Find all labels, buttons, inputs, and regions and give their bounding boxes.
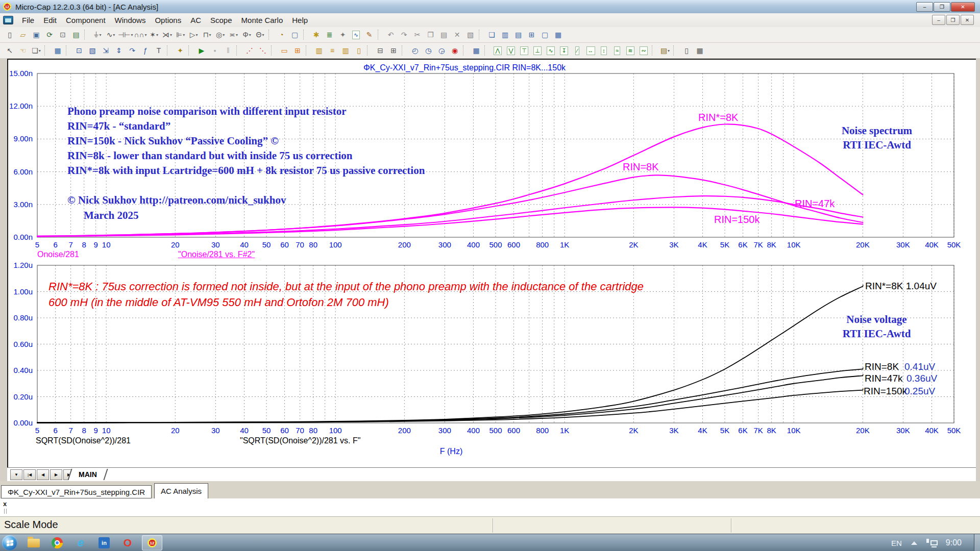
paste-icon[interactable]: ▤ — [437, 29, 451, 41]
cascade-windows-icon[interactable]: ❏ — [485, 29, 499, 41]
scale-mode-tool-icon[interactable]: ⇲ — [99, 44, 112, 57]
translate-icon[interactable]: ⟳ — [43, 29, 56, 41]
undo-icon[interactable]: ↶ — [384, 29, 398, 41]
numeric-output-icon[interactable]: ▦ — [470, 44, 483, 57]
horizontal-axis-icon[interactable]: ⊟ — [374, 44, 387, 57]
start-button[interactable] — [2, 535, 17, 550]
page-tab-main[interactable]: MAIN — [67, 469, 108, 480]
pan-mode-icon[interactable]: ☜ — [16, 44, 30, 57]
maximize-window-icon[interactable]: ▢ — [538, 29, 552, 41]
explorer-taskbar-button[interactable] — [27, 536, 41, 550]
menu-item-help[interactable]: Help — [287, 14, 312, 26]
vertical-axis-icon[interactable]: ⊞ — [387, 44, 400, 57]
tokens-right-icon[interactable]: ▥ — [339, 44, 352, 57]
page-add-icon[interactable]: ▯ — [680, 44, 693, 57]
menu-item-monte-carlo[interactable]: Monte Carlo — [237, 14, 288, 26]
edit-plot-icon[interactable]: ✎ — [363, 29, 376, 41]
child-close-button[interactable]: ✕ — [961, 15, 974, 25]
page-nav-dropdown[interactable]: ▼ — [10, 469, 22, 480]
copy-icon[interactable]: ❐ — [424, 29, 437, 41]
new-file-icon[interactable]: ▯ — [3, 29, 16, 41]
high-icon[interactable]: ⊤ — [518, 44, 531, 57]
tray-expand-icon[interactable] — [911, 541, 917, 545]
chrome-taskbar-button[interactable] — [50, 536, 64, 550]
enlarge-data-icon[interactable]: ⋱ — [256, 44, 270, 57]
scope-image-icon[interactable]: ▦ — [51, 44, 64, 57]
properties-icon[interactable]: ✦ — [174, 44, 187, 57]
formula-mode-icon[interactable]: ƒ — [139, 44, 152, 57]
micro-cap-taskbar-button[interactable]: 12 — [142, 535, 162, 550]
opamp-component-icon[interactable]: ▷▾ — [187, 29, 201, 41]
file-tab-ac-analysis[interactable]: AC Analysis — [154, 483, 208, 498]
preferences-icon[interactable]: ✦ — [336, 29, 350, 41]
page-grid-icon[interactable]: ▦ — [693, 44, 706, 57]
select-all-icon[interactable]: ▧ — [464, 29, 477, 41]
battery-component-icon[interactable]: ≍▾ — [227, 29, 240, 41]
slope-icon[interactable]: ∕ — [571, 44, 584, 57]
save-file-icon[interactable]: ▣ — [30, 29, 43, 41]
menu-item-windows[interactable]: Windows — [110, 14, 151, 26]
smoothing-icon[interactable]: ∾ — [637, 44, 650, 57]
tag-mode-icon[interactable]: ↷ — [126, 44, 139, 57]
delete-icon[interactable]: ✕ — [451, 29, 464, 41]
ground-component-icon[interactable]: ⏚▾ — [91, 29, 104, 41]
cursor-fx-icon[interactable]: ◶ — [435, 44, 448, 57]
peak-icon[interactable]: ⋀ — [491, 44, 504, 57]
cursor-left-icon[interactable]: ◴ — [408, 44, 422, 57]
pause-icon[interactable]: ‖ — [222, 44, 235, 57]
resistor-component-icon[interactable]: ∿▾ — [104, 29, 117, 41]
print-icon[interactable]: ▤ — [69, 29, 83, 41]
internet-explorer-taskbar-button[interactable]: e — [74, 536, 88, 550]
grid-window-icon[interactable]: ▦ — [552, 29, 565, 41]
stop-measure-icon[interactable]: ◉ — [448, 44, 461, 57]
child-minimize-button[interactable]: – — [932, 15, 945, 25]
page-nav-next[interactable]: ▶ — [50, 469, 62, 480]
sine-source-component-icon[interactable]: ◎▾ — [214, 29, 227, 41]
menu-item-file[interactable]: File — [17, 14, 39, 26]
analysis-plot-mode-icon[interactable]: ∿ — [350, 29, 363, 41]
minimize-button[interactable]: – — [916, 2, 933, 12]
diode-component-icon[interactable]: ✶▾ — [148, 29, 161, 41]
select-region-icon[interactable]: ▭ — [278, 44, 291, 57]
current-source-component-icon[interactable]: Θ▾ — [254, 29, 267, 41]
text-mode-icon[interactable]: T — [152, 44, 165, 57]
menu-item-scope[interactable]: Scope — [206, 14, 237, 26]
capacitor-component-icon[interactable]: ⊣⊢▾ — [117, 29, 133, 41]
print-preview-icon[interactable]: ⊡ — [56, 29, 69, 41]
cursor-mode-icon[interactable]: ⇕ — [112, 44, 126, 57]
select-window-icon[interactable]: ▢ — [288, 29, 302, 41]
tile-horizontal-icon[interactable]: ▤ — [512, 29, 525, 41]
graph-box-icon[interactable]: ▧ — [86, 44, 99, 57]
select-mode-icon[interactable]: ↖ — [3, 44, 16, 57]
overlap-windows-icon[interactable]: ⊞ — [525, 29, 538, 41]
tokens-center-icon[interactable]: ≡ — [326, 44, 339, 57]
animate-mode-icon[interactable]: ◔ — [275, 29, 288, 41]
mosfet-component-icon[interactable]: ⊫▾ — [174, 29, 187, 41]
valley-icon[interactable]: ⋁ — [504, 44, 518, 57]
tokens-column-icon[interactable]: ▯ — [352, 44, 365, 57]
menu-item-ac[interactable]: AC — [186, 14, 206, 26]
tokens-left-icon[interactable]: ▥ — [312, 44, 326, 57]
component-editor-icon[interactable]: ✱ — [310, 29, 323, 41]
redo-icon[interactable]: ↷ — [398, 29, 411, 41]
curve-expression-top[interactable]: "Onoise/281 vs. F#2" — [178, 250, 255, 259]
x-range-icon[interactable]: ↔ — [584, 44, 597, 57]
page-nav-first[interactable]: |◀ — [23, 469, 36, 480]
envelope-icon[interactable]: ≋ — [624, 44, 637, 57]
layers-icon[interactable]: ❏▾ — [30, 44, 43, 57]
y-range-icon[interactable]: ↕ — [597, 44, 610, 57]
inflection-icon[interactable]: ∿ — [544, 44, 557, 57]
child-restore-button[interactable]: ❐ — [946, 15, 960, 25]
run-icon[interactable]: ▶ — [195, 44, 208, 57]
reduce-data-icon[interactable]: ⋰ — [243, 44, 256, 57]
file-tab-circuit[interactable]: ΦK_Cy-XXI_v7_Rin+75us_stepping.CIR — [1, 485, 152, 498]
tile-vertical-icon[interactable]: ▥ — [499, 29, 512, 41]
close-button[interactable]: ✕ — [951, 2, 975, 12]
cut-icon[interactable]: ✂ — [411, 29, 424, 41]
opera-taskbar-button[interactable]: O — [120, 536, 135, 550]
inductor-component-icon[interactable]: ∩∩▾ — [133, 29, 147, 41]
clock[interactable]: 9:00 — [946, 538, 962, 547]
language-indicator[interactable]: EN — [891, 539, 902, 547]
panel-close-icon[interactable]: x — [3, 500, 7, 508]
global-min-icon[interactable]: ↧ — [557, 44, 571, 57]
